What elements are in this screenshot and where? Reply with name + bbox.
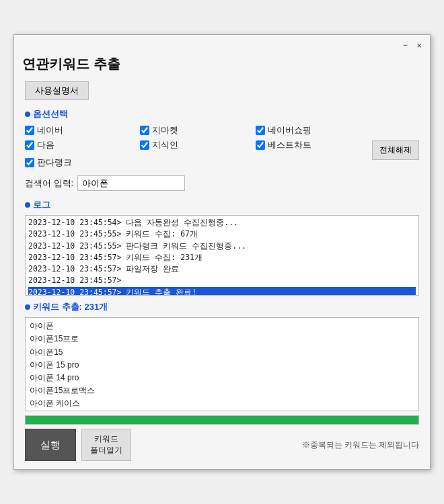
option-gmarket[interactable]: 지마켓 <box>140 124 250 136</box>
search-label: 검색어 입력: <box>25 177 73 190</box>
checkbox-naver-shopping[interactable] <box>256 126 265 135</box>
option-jisik[interactable]: 지식인 <box>140 139 250 151</box>
progress-bar-fill <box>26 416 418 424</box>
log-line: 2023-12-10 23:45:57> <box>28 275 416 286</box>
keyword-line: 아이폰 14 pro <box>30 372 414 384</box>
bottom-row: 실행 키워드 폴더열기 ※중복되는 키워드는 제외됩니다 <box>25 429 419 461</box>
log-section-label: 로그 <box>25 199 419 211</box>
deselect-button[interactable]: 전체해제 <box>372 140 419 160</box>
log-section: 로그 2023-12-10 23:45:54> 다음 자동완성 수집진행중...… <box>25 199 419 296</box>
keyword-dot <box>25 304 30 310</box>
close-button[interactable]: × <box>415 39 423 51</box>
checkbox-best-chart[interactable] <box>256 140 265 150</box>
options-dot <box>25 112 30 117</box>
log-line: 2023-12-10 23:45:57> 키워드 수집: 231개 <box>28 252 416 263</box>
run-button[interactable]: 실행 <box>25 429 76 461</box>
keyword-line: 아이폰 배경화면 <box>30 411 414 412</box>
option-best-chart[interactable]: 베스트차트 <box>256 139 365 151</box>
bottom-buttons: 실행 키워드 폴더열기 <box>25 429 131 461</box>
progress-bar-container <box>25 415 419 425</box>
checkbox-pandarank[interactable] <box>25 158 34 167</box>
title-bar-controls: － × <box>400 39 423 51</box>
option-naver-shopping[interactable]: 네이버쇼핑 <box>256 124 365 136</box>
note-text: ※중복되는 키워드는 제외됩니다 <box>302 440 419 450</box>
log-box[interactable]: 2023-12-10 23:45:54> 다음 자동완성 수집진행중... 20… <box>25 215 419 296</box>
log-line: 2023-12-10 23:45:55> 판다랭크 키워드 수집진행중... <box>28 241 416 252</box>
window-title: 연관키워드 추출 <box>14 52 430 77</box>
manual-button[interactable]: 사용설명서 <box>25 81 89 100</box>
option-daum[interactable]: 다음 <box>25 139 135 151</box>
option-naver[interactable]: 네이버 <box>25 124 135 136</box>
search-input[interactable] <box>77 175 185 191</box>
minimize-button[interactable]: － <box>400 39 411 51</box>
keyword-section: 키워드 추출: 231개 아이폰 아이폰15프로 아이폰15 아이폰 15 pr… <box>25 301 419 411</box>
checkbox-daum[interactable] <box>25 140 34 150</box>
log-dot <box>25 202 30 208</box>
keyword-line: 아이폰15 <box>30 346 414 359</box>
keyword-section-label: 키워드 추출: 231개 <box>25 301 419 313</box>
log-line-highlighted: 2023-12-10 23:45:57> 키워드 추출 완료! <box>28 287 416 296</box>
log-line: 2023-12-10 23:45:57> 파일저장 완료 <box>28 263 416 275</box>
content-area: 사용설명서 옵션선택 네이버 지마켓 <box>14 77 430 469</box>
options-section-label: 옵션선택 <box>25 108 419 120</box>
options-grid: 네이버 지마켓 네이버쇼핑 다음 <box>25 124 365 151</box>
keyword-box[interactable]: 아이폰 아이폰15프로 아이폰15 아이폰 15 pro 아이폰 14 pro … <box>25 317 419 411</box>
log-line: 2023-12-10 23:45:54> 다음 자동완성 수집진행중... <box>28 217 416 228</box>
search-row: 검색어 입력: <box>25 175 419 191</box>
keyword-line: 아이폰 15 pro <box>30 359 414 372</box>
keyword-line: 아이폰 <box>30 320 414 333</box>
checkbox-naver[interactable] <box>25 126 34 135</box>
keyword-line: 아이폰15프로 <box>30 333 414 345</box>
checkbox-gmarket[interactable] <box>140 126 149 135</box>
folder-button[interactable]: 키워드 폴더열기 <box>81 429 131 461</box>
keyword-line: 아이폰 케이스 <box>30 397 414 410</box>
checkbox-jisik[interactable] <box>140 140 149 150</box>
keyword-line: 아이폰15프로맥스 <box>30 384 414 397</box>
log-line: 2023-12-10 23:45:55> 키워드 수집: 67개 <box>28 228 416 240</box>
option-pandarank[interactable]: 판다랭크 <box>25 157 365 169</box>
title-bar: － × <box>14 35 430 52</box>
main-window: － × 연관키워드 추출 사용설명서 옵션선택 네이버 <box>13 34 431 470</box>
